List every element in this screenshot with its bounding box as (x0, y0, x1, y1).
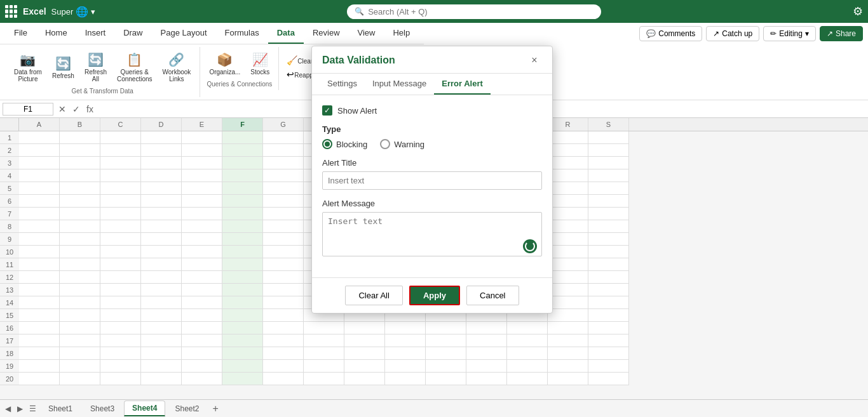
grid-cell[interactable] (588, 360, 629, 373)
grid-cell[interactable] (141, 233, 182, 246)
grid-cell[interactable] (304, 347, 344, 360)
grid-cell[interactable] (60, 157, 100, 169)
cell-reference[interactable]: F1 (3, 103, 53, 116)
grid-cell[interactable] (182, 246, 222, 258)
grid-cell[interactable] (100, 144, 141, 157)
grid-cell[interactable] (263, 271, 304, 284)
grid-cell[interactable] (19, 258, 60, 271)
grid-cell[interactable] (100, 296, 141, 309)
dialog-close-button[interactable]: × (527, 53, 542, 68)
grid-cell[interactable] (100, 131, 141, 144)
grid-cell[interactable] (588, 169, 629, 182)
grid-cell[interactable] (19, 309, 60, 322)
grid-cell[interactable] (100, 182, 141, 195)
grid-cell[interactable] (548, 322, 588, 334)
grid-cell[interactable] (19, 131, 60, 144)
ribbon-item-refresh[interactable]: 🔄 Refresh (48, 53, 78, 82)
grid-cell[interactable] (100, 208, 141, 220)
grid-cell[interactable] (60, 284, 100, 296)
grid-cell[interactable] (60, 246, 100, 258)
grid-cell[interactable] (344, 334, 385, 347)
grid-cell[interactable] (19, 334, 60, 347)
grid-cell[interactable] (182, 195, 222, 208)
tab-insert[interactable]: Insert (76, 23, 115, 44)
grid-cell[interactable] (182, 233, 222, 246)
grid-cell[interactable] (141, 258, 182, 271)
grid-cell[interactable] (141, 131, 182, 144)
grid-cell[interactable] (548, 157, 588, 169)
grid-cell[interactable] (588, 271, 629, 284)
grid-cell[interactable] (588, 208, 629, 220)
radio-warning-circle[interactable] (380, 139, 390, 149)
grid-cell[interactable] (222, 334, 263, 347)
grid-cell[interactable] (588, 246, 629, 258)
grid-cell[interactable] (385, 322, 426, 334)
grid-cell[interactable] (60, 360, 100, 373)
grid-cell[interactable] (182, 271, 222, 284)
radio-blocking[interactable]: Blocking (322, 139, 367, 149)
grid-cell[interactable] (182, 208, 222, 220)
grid-cell[interactable] (182, 169, 222, 182)
search-box[interactable]: 🔍 (347, 4, 601, 19)
grid-cell[interactable] (100, 233, 141, 246)
grid-cell[interactable] (548, 296, 588, 309)
grid-cell[interactable] (548, 334, 588, 347)
sheet-nav-menu[interactable]: ☰ (27, 403, 39, 414)
grid-cell[interactable] (141, 195, 182, 208)
grid-cell[interactable] (588, 233, 629, 246)
grid-cell[interactable] (548, 195, 588, 208)
grid-cell[interactable] (19, 182, 60, 195)
grid-cell[interactable] (548, 233, 588, 246)
grid-cell[interactable] (466, 373, 507, 385)
grid-cell[interactable] (100, 309, 141, 322)
editing-button[interactable]: ✏ Editing ▾ (763, 26, 816, 41)
grid-cell[interactable] (100, 284, 141, 296)
grid-cell[interactable] (19, 246, 60, 258)
dialog-tab-error-alert[interactable]: Error Alert (434, 74, 491, 95)
grid-cell[interactable] (588, 309, 629, 322)
grid-cell[interactable] (60, 322, 100, 334)
grid-cell[interactable] (222, 322, 263, 334)
grid-cell[interactable] (548, 360, 588, 373)
grid-cell[interactable] (141, 246, 182, 258)
grid-cell[interactable] (100, 157, 141, 169)
share-button[interactable]: ↗ Share (820, 26, 863, 41)
grid-cell[interactable] (100, 360, 141, 373)
grid-cell[interactable] (141, 322, 182, 334)
grid-cell[interactable] (60, 309, 100, 322)
grid-cell[interactable] (263, 322, 304, 334)
grid-cell[interactable] (588, 322, 629, 334)
grid-cell[interactable] (263, 360, 304, 373)
grid-cell[interactable] (60, 347, 100, 360)
grid-cell[interactable] (19, 296, 60, 309)
grid-cell[interactable] (426, 347, 466, 360)
grid-cell[interactable] (588, 157, 629, 169)
grid-cell[interactable] (182, 258, 222, 271)
grid-cell[interactable] (182, 182, 222, 195)
grid-cell[interactable] (263, 309, 304, 322)
grid-cell[interactable] (182, 296, 222, 309)
grid-cell[interactable] (548, 309, 588, 322)
ribbon-item-stocks[interactable]: 📈 Stocks (247, 50, 273, 78)
grid-cell[interactable] (263, 373, 304, 385)
sheet-tab-sheet2[interactable]: Sheet2 (166, 401, 207, 416)
grid-cell[interactable] (263, 182, 304, 195)
grid-cell[interactable] (19, 195, 60, 208)
grid-cell[interactable] (60, 271, 100, 284)
tab-formulas[interactable]: Formulas (216, 23, 268, 44)
grid-cell[interactable] (588, 296, 629, 309)
grid-cell[interactable] (548, 347, 588, 360)
grid-cell[interactable] (19, 157, 60, 169)
grid-cell[interactable] (548, 246, 588, 258)
grid-cell[interactable] (304, 322, 344, 334)
grid-cell[interactable] (588, 284, 629, 296)
grid-cell[interactable] (222, 157, 263, 169)
grid-cell[interactable] (182, 360, 222, 373)
comments-button[interactable]: 💬 Comments (639, 26, 702, 41)
grid-cell[interactable] (222, 360, 263, 373)
grid-cell[interactable] (222, 169, 263, 182)
grid-cell[interactable] (385, 360, 426, 373)
tab-help[interactable]: Help (384, 23, 419, 44)
grid-cell[interactable] (263, 131, 304, 144)
grid-cell[interactable] (222, 182, 263, 195)
